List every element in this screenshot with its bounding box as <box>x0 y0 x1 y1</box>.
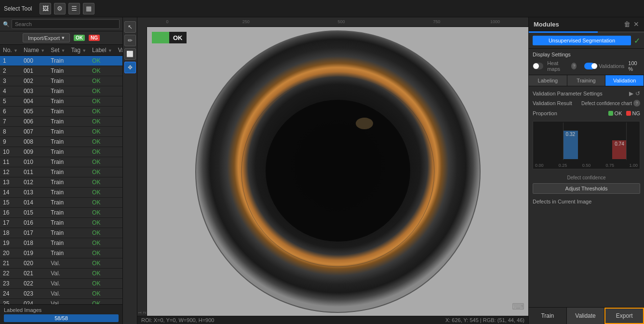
cell-set: Val. <box>48 299 68 305</box>
cell-val <box>115 248 122 258</box>
heatmaps-label: Heat maps <box>547 60 567 72</box>
val-param-settings-row: Validation Parameter Settings ▶ ↺ <box>533 90 640 97</box>
col-set[interactable]: Set ▼ <box>48 45 68 56</box>
tab-labeling[interactable]: Labeling <box>529 75 567 86</box>
table-row[interactable]: 21 020 Val. OK <box>0 258 122 269</box>
cell-no: 8 <box>0 127 21 137</box>
import-export-button[interactable]: Import/Export ▾ <box>23 33 70 42</box>
col-no[interactable]: No. ▼ <box>0 45 21 56</box>
pointer-tool-btn[interactable]: ↖ <box>124 21 136 33</box>
val-param-reset-icon[interactable]: ↺ <box>635 90 640 97</box>
table-body: 1 000 Train OK 2 001 Train OK 3 002 Trai… <box>0 56 122 305</box>
table-row[interactable]: 7 006 Train OK <box>0 117 122 127</box>
cell-no: 21 <box>0 258 21 269</box>
cell-name: 003 <box>21 86 48 96</box>
cell-set: Train <box>48 248 68 258</box>
pencil-tool-btn[interactable]: ✏ <box>124 35 136 46</box>
cell-label: OK <box>89 107 115 117</box>
cell-tag <box>68 76 89 86</box>
validate-btn[interactable]: Validate <box>567 308 605 324</box>
list-icon-btn[interactable]: ☰ <box>68 3 80 14</box>
table-row[interactable]: 6 005 Train OK <box>0 107 122 117</box>
display-settings: Display Settings Heat maps ? Validations… <box>529 49 644 75</box>
ok-green-indicator <box>152 32 169 43</box>
table-row[interactable]: 2 001 Train OK <box>0 66 122 76</box>
validations-toggle[interactable] <box>584 63 595 69</box>
move-tool-btn[interactable]: ✥ <box>124 62 136 73</box>
cell-tag <box>68 56 89 66</box>
cell-tag <box>68 157 89 167</box>
table-row[interactable]: 12 011 Train OK <box>0 167 122 177</box>
image-icon-btn[interactable]: 🖼 <box>40 3 51 14</box>
table-row[interactable]: 17 016 Train OK <box>0 218 122 228</box>
unsupervised-segmentation-btn[interactable]: Unsupervised Segmentation <box>533 36 631 45</box>
cell-name: 006 <box>21 117 48 127</box>
cell-set: Train <box>48 56 68 66</box>
grid-icon-btn[interactable]: ▦ <box>83 3 94 14</box>
col-name[interactable]: Name ▼ <box>21 45 48 56</box>
cell-name: 005 <box>21 107 48 117</box>
modules-delete-btn[interactable]: 🗑 <box>624 20 631 28</box>
x-label-100: 1.00 <box>629 163 638 168</box>
table-row[interactable]: 10 009 Train OK <box>0 147 122 157</box>
table-row[interactable]: 22 021 Val. OK <box>0 269 122 279</box>
table-row[interactable]: 16 015 Train OK <box>0 208 122 218</box>
val-param-expand-icon[interactable]: ▶ <box>629 90 633 97</box>
modules-close-btn[interactable]: ✕ <box>633 20 639 28</box>
table-row[interactable]: 4 003 Train OK <box>0 86 122 96</box>
cell-label: OK <box>89 208 115 218</box>
cell-tag <box>68 167 89 177</box>
adjust-thresholds-btn[interactable]: Adjust Thresholds <box>533 183 640 194</box>
table-row[interactable]: 23 022 Val. OK <box>0 279 122 289</box>
chart-x-labels: 0.00 0.25 0.50 0.75 1.00 <box>533 163 640 168</box>
table-row[interactable]: 1 000 Train OK <box>0 56 122 66</box>
cell-label: OK <box>89 188 115 198</box>
rectangle-tool-btn[interactable]: ⬜ <box>124 48 136 60</box>
col-label[interactable]: Label ▼ <box>89 45 115 56</box>
cell-val <box>115 188 122 198</box>
cell-no: 20 <box>0 248 21 258</box>
cell-tag <box>68 228 89 238</box>
cell-name: 024 <box>21 299 48 305</box>
table-row[interactable]: 9 008 Train OK <box>0 137 122 147</box>
table-row[interactable]: 19 018 Train OK <box>0 238 122 248</box>
table-row[interactable]: 11 010 Train OK <box>0 157 122 167</box>
display-settings-title: Display Settings <box>533 52 640 57</box>
cell-val <box>115 147 122 157</box>
table-row[interactable]: 18 017 Train OK <box>0 228 122 238</box>
table-row[interactable]: 15 014 Train OK <box>0 198 122 208</box>
cell-set: Train <box>48 238 68 248</box>
table-row[interactable]: 3 002 Train OK <box>0 76 122 86</box>
table-row[interactable]: 20 019 Train OK <box>0 248 122 258</box>
canvas-viewport[interactable]: OK <box>147 27 528 316</box>
cell-val <box>115 117 122 127</box>
heatmaps-help-icon[interactable]: ? <box>571 63 577 69</box>
train-btn[interactable]: Train <box>529 308 567 324</box>
heatmaps-toggle[interactable] <box>533 63 543 69</box>
table-row[interactable]: 24 023 Val. OK <box>0 289 122 299</box>
keyboard-icon-wrapper: ⌨ <box>512 301 524 312</box>
cell-label: OK <box>89 238 115 248</box>
table-row[interactable]: 8 007 Train OK <box>0 127 122 137</box>
cell-no: 18 <box>0 228 21 238</box>
col-val[interactable]: Val. ▼ <box>115 45 122 56</box>
cell-label: OK <box>89 269 115 279</box>
canvas-area: 0 250 500 750 1000 1 2 3 4 5 6 7 <box>137 17 528 324</box>
tab-validation[interactable]: Validation <box>605 75 644 86</box>
cell-name: 012 <box>21 177 48 188</box>
cell-set: Train <box>48 208 68 218</box>
table-row[interactable]: 14 013 Train OK <box>0 188 122 198</box>
table-row[interactable]: 25 024 Val. OK <box>0 299 122 305</box>
export-btn[interactable]: Export <box>604 308 644 324</box>
cell-val <box>115 96 122 107</box>
cell-tag <box>68 86 89 96</box>
search-input[interactable] <box>12 19 120 29</box>
col-tag[interactable]: Tag ▼ <box>68 45 89 56</box>
defect-conf-help-icon[interactable]: ? <box>633 100 640 107</box>
table-row[interactable]: 5 004 Train OK <box>0 96 122 107</box>
tab-training[interactable]: Training <box>567 75 606 86</box>
table-row[interactable]: 13 012 Train OK <box>0 177 122 188</box>
cell-name: 013 <box>21 188 48 198</box>
cell-label: OK <box>89 218 115 228</box>
filter-icon-btn[interactable]: ⚙ <box>54 3 66 14</box>
